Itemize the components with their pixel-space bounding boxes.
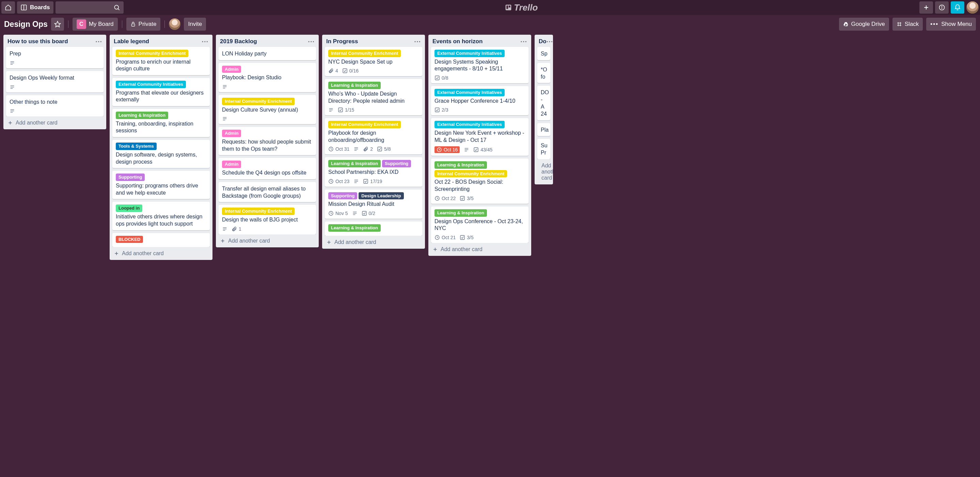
add-card-button[interactable]: Add another card	[3, 116, 106, 129]
card[interactable]: Internal Community EnrichmentPlaybook fo…	[325, 118, 422, 154]
card-label[interactable]: External Community Initiatives	[434, 89, 504, 96]
card[interactable]: Learning & Inspiration	[325, 222, 422, 236]
card-label[interactable]: Admin	[222, 130, 241, 137]
card[interactable]: Learning & InspirationWho's Who - Update…	[325, 79, 422, 115]
card[interactable]: Pla	[537, 123, 550, 136]
star-button[interactable]	[51, 18, 64, 31]
home-button[interactable]	[2, 2, 15, 14]
info-button[interactable]	[935, 2, 949, 14]
card-label[interactable]: Learning & Inspiration	[328, 224, 381, 232]
list-header[interactable]: Events on horizon···	[428, 35, 531, 47]
due-date-badge[interactable]: Oct 16	[434, 146, 460, 153]
card[interactable]: Internal Community EnrichmentPrograms to…	[112, 47, 210, 75]
list-menu-button[interactable]: ···	[95, 38, 102, 45]
card[interactable]: Su Pr	[537, 139, 550, 159]
card-label[interactable]: Supporting	[328, 192, 357, 200]
card[interactable]: Design Ops Weekly format	[6, 71, 103, 92]
list-menu-button[interactable]: ···	[202, 38, 208, 45]
list-header[interactable]: 2019 Backlog···	[216, 35, 319, 47]
list-header[interactable]: Lable legend···	[110, 35, 213, 47]
card[interactable]: BLOCKED	[112, 233, 210, 247]
card-label[interactable]: Learning & Inspiration	[328, 160, 381, 167]
card-label[interactable]: Internal Community Enrichment	[328, 50, 401, 57]
user-avatar[interactable]	[966, 2, 978, 14]
add-card-button[interactable]: Add another card	[216, 235, 319, 247]
card-label[interactable]: External Community Initiatives	[116, 81, 186, 88]
card[interactable]: AdminRequests: how should people submit …	[219, 127, 316, 155]
invite-button[interactable]: Invite	[184, 18, 206, 31]
due-date-badge[interactable]: Oct 31	[328, 146, 349, 152]
add-card-button[interactable]: Add another card	[535, 159, 553, 184]
card[interactable]: LON Holiday party	[219, 47, 316, 60]
card[interactable]: External Community InitiativesDesign New…	[431, 118, 528, 156]
list-menu-button[interactable]: ···	[520, 38, 527, 45]
due-date-badge[interactable]: Oct 23	[328, 179, 349, 184]
card[interactable]: AdminSchedule the Q4 design ops offsite	[219, 158, 316, 179]
card-label[interactable]: Looped in	[116, 204, 142, 212]
team-button[interactable]: C My Board	[73, 18, 118, 31]
card[interactable]: External Community InitiativesDesign Sys…	[431, 47, 528, 83]
show-menu-button[interactable]: ••• Show Menu	[926, 18, 976, 31]
card-label[interactable]: Learning & Inspiration	[116, 112, 168, 119]
card[interactable]: External Community InitiativesPrograms t…	[112, 78, 210, 106]
card[interactable]: Tools & SystemsDesign software, design s…	[112, 140, 210, 168]
card-label[interactable]: Learning & Inspiration	[434, 209, 487, 217]
card[interactable]: Learning & InspirationTraining, onboardi…	[112, 109, 210, 137]
card[interactable]: SupportingDesign LeadershipMission Desig…	[325, 190, 422, 219]
card-label[interactable]: BLOCKED	[116, 236, 143, 243]
card[interactable]: Other things to note	[6, 95, 103, 117]
card[interactable]: Prep	[6, 47, 103, 68]
card-label[interactable]: Supporting	[382, 160, 411, 167]
due-date-badge[interactable]: Nov 5	[328, 211, 348, 216]
list-menu-button[interactable]: ···	[308, 38, 315, 45]
card-label[interactable]: Internal Community Enrichment	[328, 121, 401, 128]
trello-logo[interactable]: Trello	[505, 2, 538, 13]
card-label[interactable]: Learning & Inspiration	[434, 161, 487, 169]
search-input[interactable]	[56, 2, 124, 14]
list-header[interactable]: How to use this board···	[3, 35, 106, 47]
card[interactable]: Internal Community EnrichmentDesign the …	[219, 205, 316, 234]
card-label[interactable]: Admin	[222, 66, 241, 73]
due-date-badge[interactable]: Oct 22	[434, 196, 456, 201]
card-label[interactable]: Admin	[222, 161, 241, 168]
card-label[interactable]: Supporting	[116, 174, 145, 181]
list-header[interactable]: Do···	[535, 35, 553, 47]
slack-button[interactable]: Slack	[892, 18, 923, 31]
card[interactable]: Learning & InspirationDesign Ops Confere…	[431, 206, 528, 243]
list-header[interactable]: In Progress···	[322, 35, 425, 47]
card[interactable]: AdminPlaybook: Design Studio	[219, 63, 316, 92]
google-drive-button[interactable]: Google Drive	[839, 18, 889, 31]
add-card-button[interactable]: Add another card	[428, 243, 531, 256]
card[interactable]: External Community InitiativesGrace Hopp…	[431, 86, 528, 115]
card[interactable]: Looped inInitiative others drives where …	[112, 202, 210, 230]
visibility-button[interactable]: Private	[126, 18, 161, 31]
boards-button[interactable]: Boards	[17, 2, 54, 14]
add-card-button[interactable]: Add another card	[110, 247, 213, 260]
due-date-badge[interactable]: Oct 21	[434, 235, 456, 240]
card-label[interactable]: Internal Community Enrichment	[434, 170, 507, 177]
card[interactable]: Learning & InspirationInternal Community…	[431, 158, 528, 204]
notifications-button[interactable]	[951, 2, 964, 14]
card-label[interactable]: Internal Community Enrichment	[116, 50, 188, 57]
card[interactable]: Learning & InspirationSupportingSchool P…	[325, 157, 422, 187]
card[interactable]: Sp	[537, 47, 550, 60]
list-menu-button[interactable]: ···	[414, 38, 421, 45]
card-label[interactable]: Internal Community Enrichment	[222, 208, 294, 215]
card-label[interactable]: External Community Initiatives	[434, 50, 504, 57]
card[interactable]: *O fo	[537, 63, 550, 83]
card[interactable]: SupportingSupporting: programs others dr…	[112, 171, 210, 199]
list-menu-button[interactable]: ···	[547, 38, 553, 45]
card[interactable]: Transfer all design email aliases to Bac…	[219, 182, 316, 203]
card-label[interactable]: Design Leadership	[359, 192, 404, 200]
create-button[interactable]	[920, 2, 933, 14]
card-label[interactable]: External Community Initiatives	[434, 121, 504, 128]
member-avatar[interactable]	[169, 18, 180, 30]
board-canvas[interactable]: How to use this board···PrepDesign Ops W…	[0, 33, 980, 477]
add-card-button[interactable]: Add another card	[322, 236, 425, 249]
card-label[interactable]: Learning & Inspiration	[328, 82, 381, 89]
card-label[interactable]: Internal Community Enrichment	[222, 98, 294, 105]
board-title[interactable]: Design Ops	[4, 20, 48, 29]
card-label[interactable]: Tools & Systems	[116, 143, 157, 150]
card[interactable]: DO - A 24	[537, 86, 550, 120]
card[interactable]: Internal Community EnrichmentNYC Design …	[325, 47, 422, 76]
